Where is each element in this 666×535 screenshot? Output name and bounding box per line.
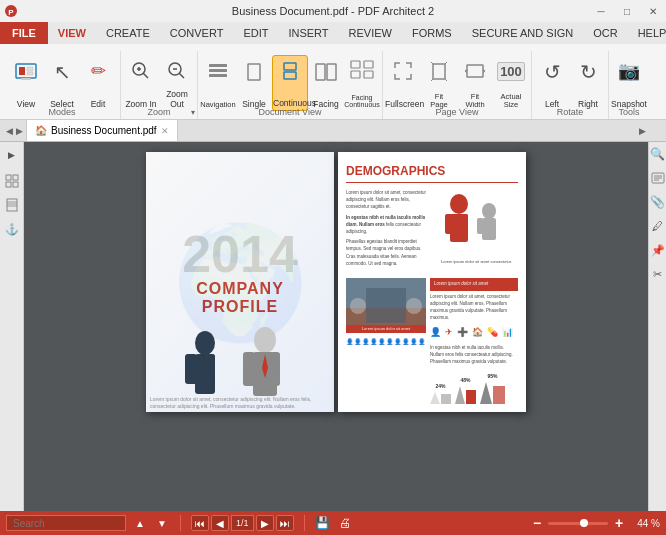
menu-ocr[interactable]: OCR xyxy=(583,22,627,44)
single-button[interactable]: Single xyxy=(236,55,272,111)
snapshot-icon: 📷 xyxy=(618,60,640,82)
stats-row: 👤 ✈ ➕ 🏠 💊 📊 xyxy=(430,326,518,340)
rotate-left-icon: ↺ xyxy=(544,60,561,84)
zoom-in-status-btn[interactable]: + xyxy=(611,515,627,531)
zoom-in-icon xyxy=(130,60,152,87)
sidebar-thumbnails-btn[interactable] xyxy=(3,172,21,190)
menu-file[interactable]: FILE xyxy=(0,22,48,44)
close-button[interactable]: ✕ xyxy=(640,0,666,22)
right-tool-highlight[interactable] xyxy=(650,170,666,186)
tab-scroll-right[interactable]: ▶ xyxy=(637,120,648,142)
menu-forms[interactable]: FORMS xyxy=(402,22,462,44)
facing-button[interactable]: Facing xyxy=(308,55,344,111)
docview-group-label: Document View xyxy=(198,107,382,117)
menu-create[interactable]: CREATE xyxy=(96,22,160,44)
tabs-area: ◀ ▶ 🏠 Business Document.pdf ✕ ▶ xyxy=(0,120,666,142)
sidebar-toggle-btn[interactable]: ▶ xyxy=(3,146,21,164)
svg-rect-15 xyxy=(209,69,227,72)
person-icon-6: 👤 xyxy=(386,338,393,347)
svg-rect-25 xyxy=(364,71,373,78)
page-indicator: 1 / 1 xyxy=(231,515,254,531)
rotate-left-button[interactable]: ↺ Left xyxy=(534,55,570,111)
rotate-right-button[interactable]: ↻ Right xyxy=(570,55,606,111)
zoom-control: − + 44 % xyxy=(529,515,660,531)
svg-rect-34 xyxy=(6,175,11,180)
status-divider-1 xyxy=(180,515,181,531)
tab-home-icon: 🏠 xyxy=(35,125,47,136)
view-button[interactable]: View xyxy=(8,55,44,111)
menu-insert[interactable]: INSERT xyxy=(278,22,338,44)
minimize-button[interactable]: ─ xyxy=(588,0,614,22)
snapshot-button[interactable]: 📷 Snapshot xyxy=(611,55,647,111)
left-sidebar: ▶ ⚓ xyxy=(0,142,24,511)
menu-convert[interactable]: CONVERT xyxy=(160,22,234,44)
document-tab[interactable]: 🏠 Business Document.pdf ✕ xyxy=(26,119,178,141)
continuous-button[interactable]: Continuous xyxy=(272,55,308,111)
sidebar-anchor-btn[interactable]: ⚓ xyxy=(3,220,21,238)
print-btn[interactable]: 🖨 xyxy=(337,515,353,531)
fit-page-button[interactable]: FitPage xyxy=(421,55,457,111)
save-btn[interactable]: 💾 xyxy=(315,515,331,531)
first-page-btn[interactable]: ⏮ xyxy=(191,515,209,531)
ribbon-group-modes: View ↖ Select ✏ Edit Modes xyxy=(4,51,121,119)
svg-rect-14 xyxy=(209,64,227,67)
menu-secure[interactable]: SECURE AND SIGN xyxy=(462,22,583,44)
actual-size-button[interactable]: 100 ActualSize xyxy=(493,55,529,111)
zoom-percentage: 44 % xyxy=(630,518,660,529)
tab-nav-next[interactable]: ▶ xyxy=(14,120,25,142)
svg-rect-36 xyxy=(6,182,11,187)
svg-rect-58 xyxy=(488,218,494,234)
svg-rect-31 xyxy=(467,65,483,77)
stat-icon-2: ✈ xyxy=(445,326,453,340)
svg-line-13 xyxy=(179,73,184,78)
maximize-button[interactable]: □ xyxy=(614,0,640,22)
person-icon-8: 👤 xyxy=(402,338,409,347)
sidebar-bookmarks-btn[interactable] xyxy=(3,196,21,214)
select-icon: ↖ xyxy=(54,60,71,84)
prev-page-btn[interactable]: ◀ xyxy=(211,515,229,531)
edit-button[interactable]: ✏ Edit xyxy=(80,55,116,111)
statusbar: ▲ ▼ ⏮ ◀ 1 / 1 ▶ ⏭ 💾 🖨 − + 44 % xyxy=(0,511,666,535)
right-tool-search[interactable]: 🔍 xyxy=(650,146,666,162)
zoom-dropdown[interactable]: ▾ xyxy=(191,108,195,117)
right-col-text: Lorem ipsum dolor sit amet, consectetur … xyxy=(346,189,429,270)
select-button[interactable]: ↖ Select xyxy=(44,55,80,111)
zoom-out-button[interactable]: Zoom Out xyxy=(159,55,195,111)
svg-rect-53 xyxy=(445,214,453,234)
view-icon xyxy=(13,60,39,86)
pdf-spread: 🌍 2014 COMPANY PROFILE xyxy=(146,152,526,412)
last-page-btn[interactable]: ⏭ xyxy=(276,515,294,531)
menu-review[interactable]: REVIEW xyxy=(339,22,402,44)
right-tool-pin[interactable]: 📌 xyxy=(650,242,666,258)
window-controls: ─ □ ✕ xyxy=(588,0,666,22)
right-tool-scissors[interactable]: ✂ xyxy=(650,266,666,282)
menu-view[interactable]: VIEW xyxy=(48,22,96,44)
menu-edit[interactable]: EDIT xyxy=(233,22,278,44)
menu-help[interactable]: HELP xyxy=(628,22,666,44)
document-view[interactable]: 🌍 2014 COMPANY PROFILE xyxy=(24,142,648,511)
svg-line-28 xyxy=(445,62,447,64)
svg-rect-48 xyxy=(243,352,255,386)
facing-continuous-button[interactable]: FacingContinuous xyxy=(344,55,380,111)
svg-rect-5 xyxy=(27,72,33,75)
search-prev-btn[interactable]: ▲ xyxy=(132,515,148,531)
fit-width-button[interactable]: FitWidth xyxy=(457,55,493,111)
next-page-btn[interactable]: ▶ xyxy=(256,515,274,531)
person-icon-5: 👤 xyxy=(378,338,385,347)
right-tool-pen[interactable]: 🖊 xyxy=(650,218,666,234)
search-next-btn[interactable]: ▼ xyxy=(154,515,170,531)
zoom-out-status-btn[interactable]: − xyxy=(529,515,545,531)
navigation-button[interactable]: Navigation xyxy=(200,55,236,111)
icon-caption: Lorem ipsum dolor sit amet consectetur. xyxy=(441,259,512,265)
close-tab-button[interactable]: ✕ xyxy=(161,126,169,136)
right-tool-clip[interactable]: 📎 xyxy=(650,194,666,210)
svg-rect-19 xyxy=(284,72,296,79)
single-icon xyxy=(244,62,264,86)
rotate-right-icon: ↻ xyxy=(580,60,597,84)
zoom-in-button[interactable]: Zoom In xyxy=(123,55,159,111)
zoom-slider[interactable] xyxy=(548,522,608,525)
modes-buttons: View ↖ Select ✏ Edit xyxy=(8,55,116,111)
fullscreen-button[interactable]: Fullscreen xyxy=(385,55,421,111)
right-lorem-1: Lorem ipsum dolor sit amet, consectetur … xyxy=(430,293,518,322)
search-input[interactable] xyxy=(6,515,126,531)
